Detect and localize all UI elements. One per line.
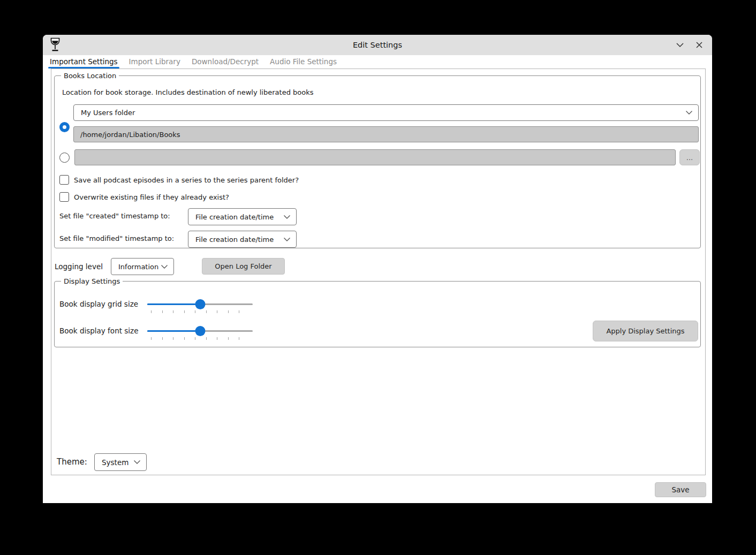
modified-timestamp-value: File creation date/time xyxy=(188,235,283,244)
chevron-down-icon xyxy=(685,110,693,115)
chevron-down-icon xyxy=(161,264,168,269)
grid-size-slider-fill xyxy=(147,303,200,305)
tab-import-library[interactable]: Import Library xyxy=(128,57,181,67)
created-timestamp-dropdown[interactable]: File creation date/time xyxy=(188,208,297,225)
grid-size-slider-thumb[interactable] xyxy=(195,299,205,309)
titlebar[interactable]: Edit Settings xyxy=(43,35,712,55)
created-timestamp-value: File creation date/time xyxy=(188,213,283,221)
folder-preset-value: My Users folder xyxy=(74,109,685,117)
theme-dropdown[interactable]: System xyxy=(94,453,147,471)
logging-level-label: Logging level xyxy=(55,262,103,271)
open-log-folder-button[interactable]: Open Log Folder xyxy=(202,258,285,275)
grid-size-slider-ticks xyxy=(151,310,250,313)
logging-level-dropdown[interactable]: Information xyxy=(111,258,174,275)
font-size-slider-thumb[interactable] xyxy=(195,326,205,336)
display-settings-group: Display Settings Book display grid size … xyxy=(54,281,701,347)
desktop-background: Edit Settings Important Settings Import … xyxy=(0,0,756,555)
logging-level-value: Information xyxy=(111,263,161,271)
created-timestamp-label: Set file "created" timestamp to: xyxy=(59,212,170,221)
save-button[interactable]: Save xyxy=(655,482,706,497)
grid-size-label: Book display grid size xyxy=(59,300,138,308)
tabbar: Important Settings Import Library Downlo… xyxy=(43,55,712,69)
font-size-slider[interactable] xyxy=(147,326,253,336)
font-size-slider-ticks xyxy=(151,337,250,340)
tab-important-settings[interactable]: Important Settings xyxy=(49,57,118,67)
font-size-label: Book display font size xyxy=(59,326,138,335)
theme-value: System xyxy=(95,458,133,467)
window-controls xyxy=(675,35,705,55)
font-size-slider-fill xyxy=(147,330,200,332)
chevron-down-icon xyxy=(133,460,141,465)
theme-label: Theme: xyxy=(57,457,87,467)
radio-known-path[interactable] xyxy=(59,122,70,132)
edit-settings-window: Edit Settings Important Settings Import … xyxy=(43,35,712,503)
minimize-button[interactable] xyxy=(675,40,685,50)
display-settings-legend: Display Settings xyxy=(61,277,123,286)
podcast-series-label: Save all podcast episodes in a series to… xyxy=(74,176,299,185)
chevron-down-icon xyxy=(283,237,291,242)
overwrite-files-checkbox[interactable] xyxy=(59,192,69,202)
custom-path-field[interactable] xyxy=(74,149,676,165)
radio-custom-path[interactable] xyxy=(59,153,70,163)
books-location-group: Books Location Location for book storage… xyxy=(54,75,701,248)
books-location-description: Location for book storage. Includes dest… xyxy=(62,88,314,97)
settings-panel: Books Location Location for book storage… xyxy=(51,69,706,475)
overwrite-files-label: Overwrite existing files if they already… xyxy=(74,193,229,202)
folder-preset-dropdown[interactable]: My Users folder xyxy=(73,104,699,121)
books-path-field[interactable]: /home/jordan/Libation/Books xyxy=(73,126,699,142)
grid-size-slider[interactable] xyxy=(147,299,253,309)
chevron-down-icon xyxy=(283,215,291,219)
close-button[interactable] xyxy=(694,40,705,50)
tab-audio-file-settings[interactable]: Audio File Settings xyxy=(269,57,337,67)
tab-download-decrypt[interactable]: Download/Decrypt xyxy=(191,57,259,67)
apply-display-settings-button[interactable]: Apply Display Settings xyxy=(593,321,698,341)
books-location-legend: Books Location xyxy=(61,71,119,80)
browse-button[interactable]: ... xyxy=(679,149,700,165)
podcast-series-checkbox[interactable] xyxy=(59,175,69,185)
modified-timestamp-dropdown[interactable]: File creation date/time xyxy=(188,231,297,248)
window-title: Edit Settings xyxy=(43,35,712,55)
modified-timestamp-label: Set file "modified" timestamp to: xyxy=(59,234,174,243)
